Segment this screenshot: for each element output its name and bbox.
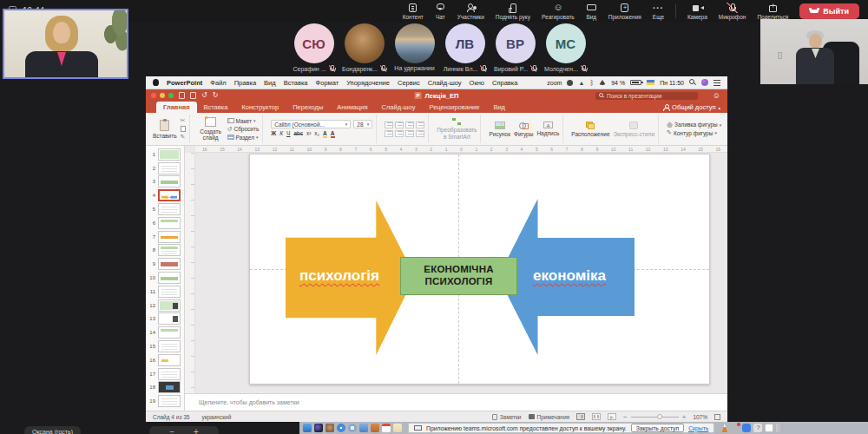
strikethrough-button[interactable]: abc [293, 130, 302, 136]
video-tile-active-speaker[interactable] [3, 9, 128, 79]
apple-icon[interactable] [153, 79, 159, 86]
menubar-menu[interactable]: Упорядочение [346, 79, 390, 87]
italic-button[interactable]: К [279, 130, 283, 136]
slide-sorter-view-button[interactable] [592, 413, 601, 420]
slide-thumbnail-row[interactable]: 13 [146, 312, 184, 326]
slide-thumbnail-row[interactable]: 4 [146, 188, 184, 202]
bullet-list-button[interactable] [385, 122, 393, 128]
dock-icon[interactable] [382, 424, 391, 432]
video-tile-participant[interactable] [760, 19, 868, 84]
dock-icon[interactable] [326, 424, 334, 432]
shape-outline-button[interactable]: Контур фигуры ▾ [667, 129, 717, 136]
save-icon[interactable] [190, 92, 196, 99]
insert-picture-button[interactable]: Рисунок [489, 122, 510, 137]
dock-icon[interactable] [393, 424, 402, 432]
insert-textbox-button[interactable]: Надпись [536, 122, 559, 136]
toolbar-button[interactable]: Поднять руку [496, 3, 530, 20]
slide-thumbnail-row[interactable]: 5 [146, 202, 184, 216]
participant[interactable]: Бондаренк... [343, 23, 385, 74]
cut-icon[interactable] [181, 117, 186, 124]
leave-meeting-button[interactable]: Выйти [799, 3, 859, 19]
menubar-menu[interactable]: Сервис [398, 79, 420, 87]
spotlight-search-icon[interactable] [689, 79, 696, 86]
stop-sharing-button[interactable]: Закрыть доступ [631, 424, 684, 432]
justify-button[interactable] [416, 130, 424, 137]
numbered-list-button[interactable] [395, 122, 404, 128]
ribbon-tab[interactable]: Конструктор [234, 102, 286, 113]
keyboard-layout-flag-icon[interactable] [647, 80, 654, 85]
zoom-in-button[interactable]: + [194, 428, 199, 434]
zoom-slider-knob[interactable] [657, 414, 662, 419]
underline-button[interactable]: Ч [286, 130, 290, 136]
subscript-button[interactable]: х₂ [314, 130, 319, 136]
dock-icon[interactable] [359, 424, 368, 432]
section-button[interactable]: Раздел ▾ [227, 135, 259, 141]
toolbar-button[interactable]: Еще [653, 3, 664, 20]
participant[interactable]: СЮ Серафин ... [293, 23, 335, 74]
slide-thumbnail-row[interactable]: 12 [146, 299, 184, 312]
new-slide-button[interactable]: Создать слайд [198, 117, 224, 141]
toolbar-button[interactable]: Контент [403, 3, 424, 20]
highlight-color-button[interactable]: А [323, 130, 327, 138]
menubar-menu[interactable]: Слайд-шоу [428, 79, 462, 87]
increase-indent-button[interactable] [416, 122, 424, 128]
ribbon-tab[interactable]: Вид [486, 102, 512, 113]
device-button[interactable]: Микрофон [719, 3, 746, 20]
paste-button[interactable]: Вставить [153, 120, 177, 139]
reset-button[interactable]: Сбросить [227, 126, 260, 133]
quick-styles-button[interactable]: Экспресс-стили [614, 122, 655, 137]
zoom-status-label[interactable]: zoom [547, 80, 562, 86]
participant[interactable]: ЛВ Линник Вл... [444, 23, 486, 74]
dock-icon[interactable] [303, 424, 312, 432]
zoom-out-button[interactable]: − [623, 413, 628, 421]
undo-icon[interactable]: ↺ [201, 92, 207, 99]
comments-toggle-button[interactable]: Примечания [529, 414, 570, 420]
record-status-icon[interactable] [567, 80, 573, 86]
ribbon-tab[interactable]: Переходы [286, 102, 330, 113]
superscript-button[interactable]: х² [306, 130, 311, 136]
economic-psychology-box[interactable]: ЕКОНОМІЧНА ПСИХОЛОГІЯ [400, 257, 517, 295]
participant[interactable]: МС Молодчен... [544, 23, 587, 74]
close-window-button[interactable] [151, 93, 156, 98]
slide-thumbnail-row[interactable]: 9 [146, 257, 184, 271]
align-right-button[interactable] [405, 130, 414, 137]
dock-icon[interactable] [753, 424, 762, 432]
economics-label[interactable]: економіка [513, 267, 626, 285]
format-painter-icon[interactable] [181, 134, 186, 141]
toolbar-button[interactable]: Вид [586, 3, 597, 20]
ribbon-tab[interactable]: Вставка [197, 102, 235, 113]
dock-icon[interactable] [731, 424, 740, 432]
slide-thumbnail-row[interactable]: 16 [146, 353, 184, 367]
slide-canvas[interactable]: психологія економіка ЕКОНОМІЧНА ПСИХОЛОГ… [249, 154, 710, 385]
zoom-percent[interactable]: 107% [693, 414, 707, 420]
slideshow-view-button[interactable] [608, 413, 616, 420]
new-document-icon[interactable] [179, 92, 185, 99]
minimize-window-button[interactable] [160, 93, 165, 98]
convert-smartart-button[interactable]: Преобразовать в SmartArt [437, 118, 477, 140]
toolbar-button[interactable]: Реагировать [542, 3, 575, 20]
toolbar-button[interactable]: Участники [457, 3, 484, 20]
layout-button[interactable]: Макет ▾ [227, 118, 256, 124]
hide-notification-link[interactable]: Скрыть [688, 425, 708, 431]
slide-thumbnail-row[interactable]: 6 [146, 216, 184, 230]
language-indicator[interactable]: украинский [201, 414, 231, 420]
fit-to-window-button[interactable] [714, 414, 720, 420]
dock-icon[interactable] [314, 424, 323, 432]
slide-thumbnail-row[interactable]: 14 [146, 326, 184, 339]
toolbar-button[interactable]: Чат [435, 3, 446, 20]
slide-thumbnail-row[interactable]: 2 [146, 161, 184, 175]
arrange-button[interactable]: Расположение [571, 122, 609, 137]
menubar-menu[interactable]: Формат [316, 79, 339, 87]
slide-thumbnail-row[interactable]: 11 [146, 285, 184, 299]
wifi-icon[interactable] [599, 80, 606, 85]
menubar-menu[interactable]: Окно [470, 79, 484, 87]
slide-thumbnail-row[interactable]: 3 [146, 175, 184, 189]
normal-view-button[interactable] [576, 413, 585, 420]
fullscreen-window-button[interactable] [168, 93, 174, 98]
slide-thumbnail-row[interactable]: 1 [146, 148, 184, 161]
dock-icon[interactable] [742, 424, 751, 432]
notes-pane[interactable]: Щелкните, чтобы добавить заметки [185, 393, 727, 411]
dock-icon[interactable] [337, 424, 345, 432]
slide-thumbnail-row[interactable]: 18 [146, 381, 184, 395]
menubar-menu[interactable]: Справка [492, 79, 517, 87]
